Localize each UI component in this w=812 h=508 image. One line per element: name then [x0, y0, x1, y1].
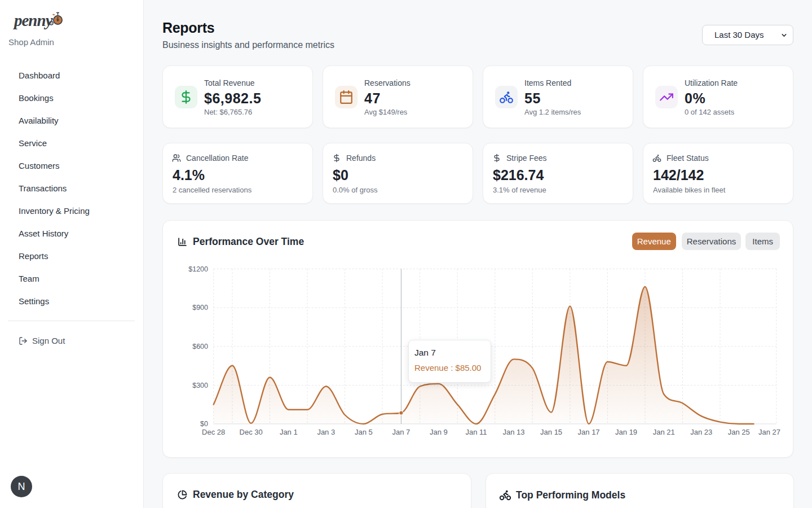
svg-text:Jan 11: Jan 11	[465, 428, 487, 436]
svg-text:Jan 13: Jan 13	[502, 428, 524, 436]
svg-text:$0: $0	[200, 420, 208, 428]
svg-text:$600: $600	[192, 343, 208, 351]
svg-text:Jan 19: Jan 19	[615, 428, 637, 436]
svg-text:Jan 3: Jan 3	[317, 428, 335, 436]
svg-text:Jan 23: Jan 23	[690, 428, 712, 436]
svg-text:Jan 25: Jan 25	[728, 428, 750, 436]
svg-text:$300: $300	[192, 382, 208, 389]
svg-text:Jan 5: Jan 5	[355, 428, 373, 436]
svg-text:Jan 17: Jan 17	[578, 428, 600, 436]
svg-text:Jan 9: Jan 9	[430, 428, 448, 436]
svg-text:Jan 15: Jan 15	[540, 428, 562, 436]
svg-text:Jan 27: Jan 27	[758, 428, 780, 436]
svg-text:Jan 1: Jan 1	[280, 428, 298, 436]
svg-text:Jan 21: Jan 21	[653, 428, 675, 436]
svg-text:Dec 30: Dec 30	[240, 428, 263, 436]
svg-text:$900: $900	[192, 304, 208, 312]
svg-text:$1200: $1200	[188, 265, 208, 273]
svg-text:Jan 7: Jan 7	[392, 428, 410, 436]
svg-text:Dec 28: Dec 28	[202, 428, 225, 436]
svg-text:penny: penny	[12, 11, 53, 29]
